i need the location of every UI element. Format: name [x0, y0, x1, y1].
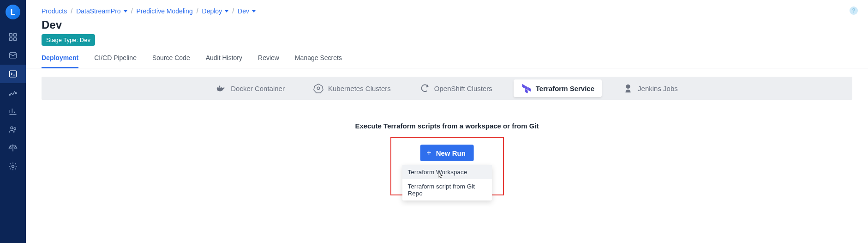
crumb-separator: / [131, 7, 133, 15]
tab-source-code[interactable]: Source Code [152, 54, 190, 68]
nav-dashboard[interactable] [0, 28, 26, 46]
svg-point-8 [14, 128, 16, 129]
chart-icon [8, 106, 18, 115]
svg-marker-14 [314, 84, 323, 93]
sidebar: L [0, 0, 26, 243]
svg-rect-2 [10, 38, 12, 41]
plus-icon: + [426, 149, 431, 157]
chevron-down-icon [252, 10, 256, 12]
nav-pipelines[interactable] [0, 83, 26, 102]
empty-state-heading: Execute Terraform scripts from a workspa… [26, 122, 868, 130]
svg-point-16 [626, 85, 630, 89]
page-title: Dev [42, 18, 852, 31]
tab-audit-history[interactable]: Audit History [206, 54, 242, 68]
svg-rect-0 [10, 34, 12, 36]
openshift-icon [419, 83, 430, 93]
grid-icon [8, 32, 18, 42]
nav-inbox[interactable] [0, 46, 26, 65]
deptype-label: Jenkins Jobs [638, 85, 678, 92]
crumb-predictive-modeling[interactable]: Predictive Modeling [137, 7, 193, 15]
new-run-dropdown: Terraform Workspace Terraform script fro… [402, 165, 492, 200]
new-run-label: New Run [436, 149, 466, 157]
deployment-type-bar: Docker Container Kubernetes Clusters Ope… [42, 77, 852, 100]
terraform-icon [521, 83, 531, 93]
svg-rect-1 [14, 34, 17, 36]
nav-settings[interactable] [0, 157, 26, 176]
deptype-docker[interactable]: Docker Container [209, 79, 292, 97]
crumb-label: Dev [238, 7, 249, 15]
kubernetes-icon [313, 83, 323, 93]
deptype-label: Kubernetes Clusters [328, 85, 391, 92]
annotation-box: + New Run Terraform Workspace Terraform … [390, 137, 504, 195]
help-button[interactable]: ? [850, 6, 858, 15]
svg-rect-13 [219, 86, 221, 87]
svg-point-6 [15, 92, 16, 94]
terminal-icon [8, 69, 18, 79]
app-logo[interactable]: L [6, 5, 20, 19]
nav-policies[interactable] [0, 139, 26, 157]
crumb-separator: / [71, 7, 72, 15]
deptype-terraform[interactable]: Terraform Service [514, 79, 602, 97]
main-content: ? Products / DataStreamPro / Predictive … [26, 0, 868, 243]
crumb-datastreampro[interactable]: DataStreamPro [76, 7, 127, 15]
nav-analytics[interactable] [0, 102, 26, 120]
deptype-jenkins[interactable]: Jenkins Jobs [616, 79, 685, 97]
dropdown-terraform-git[interactable]: Terraform script from Git Repo [402, 179, 492, 200]
deptype-kubernetes[interactable]: Kubernetes Clusters [306, 79, 398, 97]
nav-teams[interactable] [0, 120, 26, 139]
terraform-empty-state: Execute Terraform scripts from a workspa… [26, 108, 868, 195]
inbox-icon [8, 51, 18, 60]
svg-point-15 [317, 87, 320, 90]
tab-manage-secrets[interactable]: Manage Secrets [295, 54, 342, 68]
tab-review[interactable]: Review [258, 54, 279, 68]
jenkins-icon [623, 83, 633, 93]
tab-deployment[interactable]: Deployment [42, 54, 78, 68]
stage-tabs: Deployment CI/CD Pipeline Source Code Au… [26, 46, 868, 68]
scale-icon [8, 143, 18, 152]
nav-deploy[interactable] [0, 65, 26, 83]
chevron-down-icon [124, 10, 127, 12]
crumb-products[interactable]: Products [42, 7, 67, 15]
deptype-openshift[interactable]: OpenShift Clusters [412, 79, 500, 97]
tab-cicd-pipeline[interactable]: CI/CD Pipeline [94, 54, 137, 68]
deptype-label: Terraform Service [536, 85, 594, 92]
crumb-label: DataStreamPro [76, 7, 120, 15]
crumb-separator: / [197, 7, 198, 15]
docker-icon [216, 83, 226, 93]
deptype-label: OpenShift Clusters [434, 85, 492, 92]
flow-icon [8, 88, 18, 97]
new-run-button[interactable]: + New Run [420, 145, 474, 161]
svg-point-7 [11, 127, 13, 129]
dropdown-terraform-workspace[interactable]: Terraform Workspace [402, 165, 492, 179]
svg-rect-3 [14, 38, 17, 41]
svg-point-9 [12, 165, 14, 168]
crumb-separator: / [232, 7, 234, 15]
svg-rect-4 [10, 71, 17, 77]
chevron-down-icon [225, 10, 228, 12]
crumb-label: Deploy [202, 7, 222, 15]
crumb-deploy[interactable]: Deploy [202, 7, 229, 15]
breadcrumb: Products / DataStreamPro / Predictive Mo… [26, 0, 868, 18]
crumb-dev[interactable]: Dev [238, 7, 256, 15]
gear-icon [8, 162, 18, 171]
deptype-label: Docker Container [231, 85, 285, 92]
stage-type-badge: Stage Type: Dev [42, 34, 95, 46]
team-icon [8, 125, 18, 134]
